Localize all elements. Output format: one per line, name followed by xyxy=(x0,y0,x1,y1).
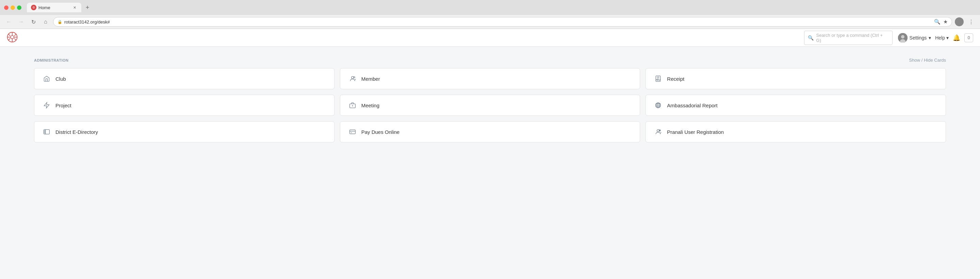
minimize-window-button[interactable] xyxy=(11,5,15,10)
card-pay-dues-online-label: Pay Dues Online xyxy=(361,129,400,135)
lock-icon: 🔒 xyxy=(57,20,62,24)
card-ambassadorial-report-label: Ambassadorial Report xyxy=(667,102,717,108)
svg-point-14 xyxy=(353,77,355,78)
section-title: ADMINISTRATION xyxy=(34,58,69,62)
section-header: ADMINISTRATION Show / Hide Cards xyxy=(34,57,946,63)
back-button[interactable]: ← xyxy=(4,17,14,27)
main-content: ADMINISTRATION Show / Hide Cards Club Me… xyxy=(0,47,980,279)
browser-menu-button[interactable]: ⋮ xyxy=(966,17,976,27)
tab-close-button[interactable]: ✕ xyxy=(72,5,77,10)
svg-rect-32 xyxy=(350,130,355,134)
tab-favicon: ⚙ xyxy=(31,5,37,10)
card-ambassadorial-report[interactable]: Ambassadorial Report xyxy=(646,95,946,116)
browser-right-controls: ⋮ xyxy=(955,17,976,27)
card-district-e-directory[interactable]: District E-Directory xyxy=(34,121,334,142)
settings-button[interactable]: Settings ▾ xyxy=(898,33,931,43)
new-tab-button[interactable]: + xyxy=(83,3,92,12)
svg-line-7 xyxy=(14,38,16,40)
card-receipt-icon xyxy=(654,75,662,82)
forward-button[interactable]: → xyxy=(16,17,26,27)
browser-titlebar: ⚙ Home ✕ + xyxy=(0,0,980,15)
card-pranali-user-registration-label: Pranali User Registration xyxy=(667,129,724,135)
url-text: rotaract3142.org/desk# xyxy=(64,19,932,24)
card-district-e-directory-label: District E-Directory xyxy=(56,129,98,135)
maximize-window-button[interactable] xyxy=(17,5,21,10)
show-hide-cards-link[interactable]: Show / Hide Cards xyxy=(909,57,946,63)
notification-count: 0 xyxy=(968,35,970,40)
svg-line-9 xyxy=(8,38,10,40)
notifications-bell-icon[interactable]: 🔔 xyxy=(953,34,960,41)
card-pranali-user-registration-icon xyxy=(654,128,662,135)
svg-point-35 xyxy=(657,129,659,132)
tab-bar: ⚙ Home ✕ + xyxy=(27,3,92,12)
address-actions: 🔍 ★ xyxy=(934,19,948,25)
browser-tab-home[interactable]: ⚙ Home ✕ xyxy=(27,3,81,12)
home-button[interactable]: ⌂ xyxy=(41,17,50,27)
notification-count-badge[interactable]: 0 xyxy=(964,33,973,42)
settings-chevron-icon: ▾ xyxy=(929,35,931,41)
card-club[interactable]: Club xyxy=(34,68,334,89)
settings-label: Settings xyxy=(910,35,927,41)
svg-point-13 xyxy=(351,76,353,79)
close-window-button[interactable] xyxy=(4,5,8,10)
help-button[interactable]: Help ▾ xyxy=(935,35,949,41)
card-meeting-label: Meeting xyxy=(361,102,379,108)
card-member-label: Member xyxy=(361,76,380,82)
bookmark-icon[interactable]: ★ xyxy=(943,19,948,25)
app-logo[interactable] xyxy=(7,32,18,44)
card-receipt-label: Receipt xyxy=(667,76,684,82)
browser-profile-avatar[interactable] xyxy=(955,18,964,26)
card-district-e-directory-icon xyxy=(43,128,51,135)
card-meeting[interactable]: Meeting xyxy=(340,95,640,116)
refresh-button[interactable]: ↻ xyxy=(29,17,38,27)
svg-line-6 xyxy=(8,34,10,36)
svg-point-11 xyxy=(901,35,904,38)
card-club-icon xyxy=(43,75,51,82)
address-bar[interactable]: 🔒 rotaract3142.org/desk# 🔍 ★ xyxy=(53,17,952,27)
browser-toolbar: ← → ↻ ⌂ 🔒 rotaract3142.org/desk# 🔍 ★ ⋮ xyxy=(0,15,980,29)
card-receipt[interactable]: Receipt xyxy=(646,68,946,89)
search-placeholder: Search or type a command (Ctrl + G) xyxy=(816,33,889,43)
card-member-icon xyxy=(348,75,356,82)
traffic-lights xyxy=(4,5,21,10)
help-chevron-icon: ▾ xyxy=(946,35,949,41)
card-project[interactable]: Project xyxy=(34,95,334,116)
browser-chrome: ⚙ Home ✕ + ← → ↻ ⌂ 🔒 rotaract3142.org/de… xyxy=(0,0,980,29)
svg-point-1 xyxy=(11,35,14,39)
card-pranali-user-registration[interactable]: Pranali User Registration xyxy=(646,121,946,142)
search-icon[interactable]: 🔍 xyxy=(934,19,940,25)
app-header: 🔍 Search or type a command (Ctrl + G) Se… xyxy=(0,29,980,47)
card-member[interactable]: Member xyxy=(340,68,640,89)
header-search-bar[interactable]: 🔍 Search or type a command (Ctrl + G) xyxy=(804,31,892,45)
tab-label: Home xyxy=(38,5,50,10)
svg-rect-15 xyxy=(656,76,660,82)
card-ambassadorial-report-icon xyxy=(654,102,662,109)
card-project-icon xyxy=(43,102,51,109)
card-meeting-icon xyxy=(348,102,356,109)
cards-grid: Club Member Receipt Project xyxy=(34,68,946,142)
card-pay-dues-online[interactable]: Pay Dues Online xyxy=(340,121,640,142)
search-icon: 🔍 xyxy=(808,35,814,41)
header-actions: Settings ▾ Help ▾ 🔔 0 xyxy=(898,33,973,43)
help-label: Help xyxy=(935,35,945,41)
card-club-label: Club xyxy=(56,76,66,82)
card-pay-dues-online-icon xyxy=(348,128,356,135)
user-avatar xyxy=(898,33,907,43)
card-project-label: Project xyxy=(56,102,72,108)
svg-line-8 xyxy=(14,34,16,36)
